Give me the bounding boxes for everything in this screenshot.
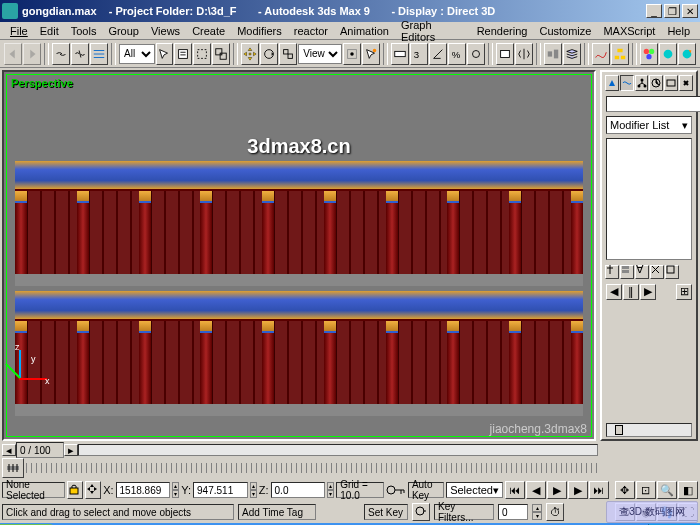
pin-stack-button[interactable] bbox=[605, 265, 619, 279]
display-tab[interactable] bbox=[664, 75, 678, 91]
snap-toggle-button[interactable]: 3 bbox=[410, 43, 428, 65]
select-by-name-button[interactable] bbox=[174, 43, 192, 65]
schematic-view-button[interactable] bbox=[611, 43, 629, 65]
zoom-extents-button[interactable]: ⊡ bbox=[636, 481, 656, 499]
menu-file[interactable]: File bbox=[4, 24, 34, 38]
render-button[interactable] bbox=[678, 43, 696, 65]
undo-button[interactable] bbox=[4, 43, 22, 65]
named-selection-button[interactable] bbox=[496, 43, 514, 65]
setkey-button[interactable]: Set Key bbox=[364, 504, 408, 520]
unlink-button[interactable] bbox=[71, 43, 89, 65]
selection-lock-button[interactable] bbox=[67, 481, 83, 499]
trackbar-toggle-button[interactable] bbox=[2, 458, 24, 478]
svg-point-20 bbox=[644, 48, 649, 53]
prev-frame-button[interactable]: ◀ bbox=[526, 481, 546, 499]
close-button[interactable]: ✕ bbox=[682, 4, 698, 18]
timeslider-right-button[interactable]: ▸ bbox=[64, 444, 78, 456]
selection-filter-dropdown[interactable]: All bbox=[119, 44, 154, 64]
timeslider-left-button[interactable]: ◂ bbox=[2, 444, 16, 456]
zoom-button[interactable]: 🔍 bbox=[657, 481, 677, 499]
select-rotate-button[interactable] bbox=[260, 43, 278, 65]
menu-tools[interactable]: Tools bbox=[65, 24, 103, 38]
play-button[interactable]: ▶ bbox=[547, 481, 567, 499]
x-coord-field[interactable]: 1518.869 bbox=[116, 482, 171, 498]
menu-customize[interactable]: Customize bbox=[533, 24, 597, 38]
track-bar[interactable] bbox=[26, 463, 598, 473]
motion-tab[interactable] bbox=[649, 75, 663, 91]
menu-grapheditors[interactable]: Graph Editors bbox=[395, 18, 471, 44]
pivot-center-button[interactable] bbox=[343, 43, 361, 65]
show-end-result-button[interactable] bbox=[620, 265, 634, 279]
create-tab[interactable] bbox=[605, 75, 619, 91]
menu-modifiers[interactable]: Modifiers bbox=[231, 24, 288, 38]
remove-modifier-button[interactable] bbox=[650, 265, 664, 279]
window-crossing-button[interactable] bbox=[212, 43, 230, 65]
select-manipulate-button[interactable] bbox=[362, 43, 380, 65]
percent-snap-button[interactable]: % bbox=[448, 43, 466, 65]
y-spinner[interactable]: ▴▾ bbox=[250, 482, 257, 498]
minimize-button[interactable]: _ bbox=[646, 4, 662, 18]
menu-views[interactable]: Views bbox=[145, 24, 186, 38]
goto-end-button[interactable]: ⏭ bbox=[589, 481, 609, 499]
menu-help[interactable]: Help bbox=[661, 24, 696, 38]
add-time-tag-button[interactable]: Add Time Tag bbox=[238, 504, 316, 520]
bind-spacewarp-button[interactable] bbox=[90, 43, 108, 65]
menu-create[interactable]: Create bbox=[186, 24, 231, 38]
select-move-button[interactable] bbox=[241, 43, 259, 65]
menu-maxscript[interactable]: MAXScript bbox=[597, 24, 661, 38]
frame-indicator[interactable]: 0 / 100 bbox=[16, 442, 64, 458]
pan-view-button[interactable]: ✥ bbox=[615, 481, 635, 499]
select-scale-button[interactable] bbox=[279, 43, 297, 65]
stack-next-button[interactable]: ▶ bbox=[640, 284, 656, 300]
configure-sets-button[interactable] bbox=[665, 265, 679, 279]
current-frame-field[interactable]: 0 bbox=[498, 504, 528, 520]
viewport[interactable]: Perspective 3dmax8.cn bbox=[2, 70, 596, 441]
menu-rendering[interactable]: Rendering bbox=[471, 24, 534, 38]
select-region-button[interactable] bbox=[193, 43, 211, 65]
modifier-stack[interactable] bbox=[606, 138, 692, 260]
reference-coord-dropdown[interactable]: View bbox=[298, 44, 342, 64]
select-object-button[interactable] bbox=[156, 43, 174, 65]
y-coord-field[interactable]: 947.511 bbox=[193, 482, 248, 498]
fov-button[interactable]: ◧ bbox=[678, 481, 698, 499]
keymode-dropdown[interactable]: Selected▾ bbox=[446, 482, 503, 498]
keyboard-shortcut-button[interactable] bbox=[391, 43, 409, 65]
key-filters-button[interactable]: Key Filters... bbox=[434, 504, 494, 520]
stack-prev-button[interactable]: ◀ bbox=[606, 284, 622, 300]
z-spinner[interactable]: ▴▾ bbox=[327, 482, 334, 498]
modifier-list-dropdown[interactable]: Modifier List▾ bbox=[606, 116, 692, 134]
transform-typein-button[interactable] bbox=[85, 481, 101, 499]
align-button[interactable] bbox=[544, 43, 562, 65]
menu-group[interactable]: Group bbox=[102, 24, 145, 38]
menu-edit[interactable]: Edit bbox=[34, 24, 65, 38]
modify-tab[interactable] bbox=[620, 75, 634, 91]
utilities-tab[interactable] bbox=[679, 75, 693, 91]
spinner-snap-button[interactable] bbox=[467, 43, 485, 65]
render-scene-button[interactable] bbox=[659, 43, 677, 65]
frame-spinner[interactable]: ▴▾ bbox=[532, 504, 542, 520]
stack-stop-button[interactable]: ‖ bbox=[623, 284, 639, 300]
time-config-button[interactable]: ⏱ bbox=[546, 503, 564, 521]
autokey-button[interactable]: Auto Key bbox=[408, 482, 444, 498]
redo-button[interactable] bbox=[23, 43, 41, 65]
goto-start-button[interactable]: ⏮ bbox=[505, 481, 525, 499]
layer-manager-button[interactable] bbox=[563, 43, 581, 65]
setkey-big-button[interactable] bbox=[412, 503, 430, 521]
x-spinner[interactable]: ▴▾ bbox=[172, 482, 179, 498]
panel-scrollbar[interactable] bbox=[606, 423, 692, 437]
angle-snap-button[interactable] bbox=[429, 43, 447, 65]
stack-config-button[interactable]: ⊞ bbox=[676, 284, 692, 300]
hierarchy-tab[interactable] bbox=[635, 75, 649, 91]
time-slider[interactable] bbox=[78, 444, 598, 456]
material-editor-button[interactable] bbox=[640, 43, 658, 65]
next-frame-button[interactable]: ▶ bbox=[568, 481, 588, 499]
link-button[interactable] bbox=[52, 43, 70, 65]
z-coord-field[interactable]: 0.0 bbox=[271, 482, 326, 498]
mirror-button[interactable] bbox=[515, 43, 533, 65]
make-unique-button[interactable]: ∀ bbox=[635, 265, 649, 279]
menu-reactor[interactable]: reactor bbox=[288, 24, 334, 38]
menu-animation[interactable]: Animation bbox=[334, 24, 395, 38]
maximize-button[interactable]: ❐ bbox=[664, 4, 680, 18]
object-name-field[interactable] bbox=[606, 96, 700, 112]
curve-editor-button[interactable] bbox=[592, 43, 610, 65]
